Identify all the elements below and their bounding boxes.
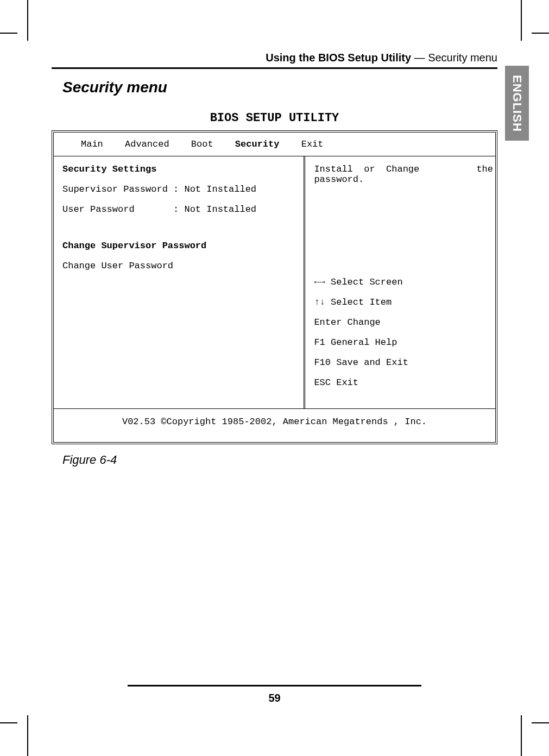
language-tab: ENGLISH [505,66,529,141]
user-password-status: User Password : Not Installed [62,204,295,215]
supervisor-password-status: Supervisor Password : Not Installed [62,184,295,194]
change-supervisor-password[interactable]: Change Supervisor Password [62,241,295,251]
right-pane: Install or Change the password. ←→ Selec… [305,156,495,408]
language-tab-text: ENGLISH [510,75,524,132]
key-save-exit: F10 Save and Exit [314,357,493,368]
tab-main[interactable]: Main [81,139,103,149]
tab-exit[interactable]: Exit [301,139,324,149]
section-title: Security menu [62,79,497,96]
help-text-line2: password. [314,174,493,185]
bios-copyright: V02.53 ©Copyright 1985-2002, American Me… [54,408,495,442]
key-general-help: F1 General Help [314,337,493,348]
key-select-screen: ←→ Select Screen [314,277,493,287]
tab-boot[interactable]: Boot [191,139,213,149]
tab-security[interactable]: Security [235,139,280,149]
bios-menu-bar: Main Advanced Boot Security Exit [54,133,495,156]
running-header: Using the BIOS Setup Utility — Security … [52,52,497,69]
key-esc-exit: ESC Exit [314,377,493,388]
header-title-rest: — Security menu [411,52,497,64]
header-title-bold: Using the BIOS Setup Utility [266,52,411,64]
bios-frame: Main Advanced Boot Security Exit Securit… [52,130,497,444]
bios-title: BIOS SETUP UTILITY [52,111,497,125]
key-enter-change: Enter Change [314,317,493,327]
security-settings-heading: Security Settings [62,164,295,174]
change-user-password[interactable]: Change User Password [62,261,295,271]
help-text-line1a: Install or Change [314,164,419,174]
figure-caption: Figure 6-4 [62,453,497,467]
key-select-item: ↑↓ Select Item [314,297,493,307]
tab-advanced[interactable]: Advanced [125,139,169,149]
page-number: 59 [52,692,497,704]
footer-rule [128,685,422,686]
left-pane: Security Settings Supervisor Password : … [54,156,305,408]
help-text-line1b: the [476,164,493,174]
